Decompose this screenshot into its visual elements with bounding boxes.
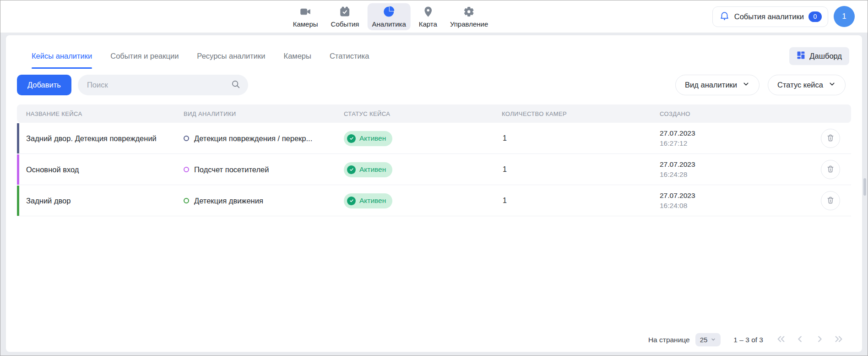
- nav-label: Аналитика: [372, 20, 406, 28]
- created-cell: 27.07.2023 16:24:08: [651, 192, 815, 210]
- chevron-down-icon: [742, 80, 750, 90]
- camera-count: 1: [493, 134, 651, 142]
- col-header-case-name: НАЗВАНИЕ КЕЙСА: [17, 110, 174, 117]
- add-button[interactable]: Добавить: [17, 75, 71, 95]
- tab-statistics[interactable]: Статистика: [330, 49, 369, 63]
- dashboard-grid-icon: [797, 51, 805, 61]
- events-count-badge: 0: [808, 11, 822, 22]
- case-name: Основной вход: [17, 165, 174, 174]
- nav-item-management[interactable]: Управление: [445, 3, 493, 30]
- map-pin-icon: [422, 6, 434, 19]
- created-date: 27.07.2023: [660, 129, 815, 137]
- created-date: 27.07.2023: [660, 192, 815, 200]
- tab-analytics-cases[interactable]: Кейсы аналитики: [32, 49, 92, 63]
- per-page-value: 25: [700, 336, 708, 344]
- nav-item-map[interactable]: Карта: [414, 3, 442, 30]
- delete-case-button[interactable]: [821, 191, 840, 210]
- page-range-text: 1 – 3 of 3: [733, 336, 763, 344]
- double-chevron-left-icon: [776, 334, 786, 345]
- nav-label: События: [331, 20, 359, 28]
- created-date: 27.07.2023: [660, 160, 815, 169]
- chevron-down-icon: [711, 336, 716, 344]
- created-time: 16:24:28: [660, 170, 815, 179]
- check-circle-icon: [347, 134, 356, 143]
- top-bar: Камеры События Аналитика Карта Управлени: [0, 0, 868, 33]
- analytics-type-cell: Детекция движения: [174, 197, 335, 205]
- pie-chart-icon: [383, 6, 395, 19]
- delete-case-button[interactable]: [821, 160, 840, 179]
- row-accent-bar: [17, 186, 19, 216]
- prev-page-button[interactable]: [795, 334, 805, 345]
- col-header-created: СОЗДАНО: [651, 110, 815, 117]
- tab-analytics-resources[interactable]: Ресурсы аналитики: [197, 49, 265, 63]
- pagination-bar: На странице 25 1 – 3 of 3: [648, 333, 844, 346]
- video-camera-icon: [300, 6, 311, 19]
- nav-label: Карта: [419, 20, 437, 28]
- scrollbar[interactable]: [863, 178, 866, 196]
- nav-item-events[interactable]: События: [326, 3, 364, 30]
- tabs-bar: Кейсы аналитики События и реакции Ресурс…: [6, 35, 862, 66]
- pager-buttons: [776, 334, 844, 345]
- trash-icon: [826, 164, 835, 175]
- per-page-control: На странице 25: [648, 333, 721, 346]
- content-card: Кейсы аналитики События и реакции Ресурс…: [6, 35, 862, 352]
- per-page-label: На странице: [648, 336, 690, 344]
- delete-case-button[interactable]: [821, 129, 840, 148]
- filters-group: Вид аналитики Статус кейса: [675, 75, 846, 95]
- analytics-type-ring-icon: [184, 198, 189, 203]
- chevron-left-icon: [795, 334, 805, 345]
- table-row[interactable]: Задний двор. Детекция повреждений Детекц…: [17, 123, 851, 154]
- status-label: Активен: [359, 197, 386, 205]
- analytics-type-cell: Детекция повреждения / перекр...: [174, 134, 335, 143]
- search-field[interactable]: [78, 75, 248, 95]
- nav-label: Управление: [450, 20, 488, 28]
- status-badge: Активен: [344, 131, 392, 146]
- tab-cameras[interactable]: Камеры: [284, 49, 311, 63]
- trash-icon: [826, 196, 835, 206]
- nav-item-analytics[interactable]: Аналитика: [368, 3, 411, 30]
- row-accent-bar: [17, 154, 19, 185]
- camera-count: 1: [493, 165, 651, 174]
- search-input[interactable]: [87, 81, 231, 89]
- table-row[interactable]: Задний двор Детекция движения Активен 1 …: [17, 186, 851, 216]
- trash-icon: [826, 133, 835, 144]
- analytics-type-ring-icon: [184, 167, 189, 172]
- created-cell: 27.07.2023 16:27:12: [651, 129, 815, 148]
- col-header-analytics-type: ВИД АНАЛИТИКИ: [174, 110, 335, 117]
- toolbar: Добавить Вид аналитики Статус кейса: [6, 66, 862, 95]
- first-page-button[interactable]: [776, 334, 786, 345]
- status-badge: Активен: [344, 193, 392, 208]
- created-time: 16:27:12: [660, 139, 815, 148]
- status-label: Активен: [359, 165, 386, 174]
- created-time: 16:24:08: [660, 202, 815, 210]
- analytics-type-label: Детекция повреждения / перекр...: [194, 134, 312, 143]
- tab-events-reactions[interactable]: События и реакции: [110, 49, 179, 63]
- table-row[interactable]: Основной вход Подсчет посетителей Активе…: [17, 154, 851, 185]
- chevron-right-icon: [814, 334, 825, 345]
- nav-item-cameras[interactable]: Камеры: [288, 3, 323, 30]
- row-accent-bar: [17, 123, 19, 153]
- analytics-type-label: Подсчет посетителей: [194, 165, 269, 174]
- analytics-events-button[interactable]: События аналитики 0: [712, 6, 828, 27]
- analytics-type-ring-icon: [184, 136, 189, 141]
- col-header-camera-count: КОЛИЧЕСТВО КАМЕР: [493, 110, 651, 117]
- table-header: НАЗВАНИЕ КЕЙСА ВИД АНАЛИТИКИ СТАТУС КЕЙС…: [17, 104, 851, 123]
- check-circle-icon: [347, 197, 356, 205]
- user-avatar[interactable]: 1: [834, 6, 855, 27]
- col-header-case-status: СТАТУС КЕЙСА: [335, 110, 493, 117]
- created-cell: 27.07.2023 16:24:28: [651, 160, 815, 179]
- check-circle-icon: [347, 165, 356, 174]
- filter-analytics-type[interactable]: Вид аналитики: [675, 75, 760, 95]
- next-page-button[interactable]: [814, 334, 825, 345]
- gear-icon: [463, 6, 475, 19]
- main-nav: Камеры События Аналитика Карта Управлени: [288, 2, 493, 31]
- filter-label: Статус кейса: [777, 81, 823, 89]
- cases-table: НАЗВАНИЕ КЕЙСА ВИД АНАЛИТИКИ СТАТУС КЕЙС…: [17, 104, 851, 216]
- last-page-button[interactable]: [834, 334, 844, 345]
- case-name: Задний двор: [17, 197, 174, 205]
- double-chevron-right-icon: [834, 334, 844, 345]
- per-page-select[interactable]: 25: [695, 333, 721, 346]
- dashboard-button[interactable]: Дашборд: [789, 47, 849, 65]
- filter-case-status[interactable]: Статус кейса: [768, 75, 846, 95]
- filter-label: Вид аналитики: [685, 81, 737, 89]
